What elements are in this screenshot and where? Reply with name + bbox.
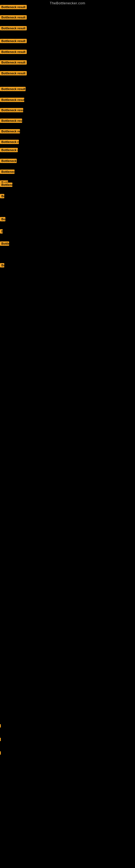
- badge-row-18: Bottlene: [0, 183, 12, 188]
- badge-row-23: Bo: [0, 263, 4, 269]
- bottleneck-badge[interactable]: Bottleneck result: [0, 5, 27, 9]
- bottleneck-badge[interactable]: Bottleneck result: [0, 108, 23, 112]
- bottleneck-badge[interactable]: Bottleneck result: [0, 50, 27, 54]
- bottleneck-badge[interactable]: Bottleneck res: [0, 129, 20, 133]
- badge-row-19: Bo: [0, 194, 4, 199]
- badge-row-13: Bottleneck res: [0, 140, 19, 145]
- bar-3: [0, 751, 1, 755]
- bottleneck-badge[interactable]: Bottleneck result: [0, 98, 24, 102]
- bottleneck-badge[interactable]: B: [0, 229, 3, 234]
- badge-row-9: Bottleneck result: [0, 98, 24, 103]
- bottleneck-badge[interactable]: Bottleneck res: [0, 140, 19, 144]
- badge-row-5: Bottleneck result: [0, 50, 27, 55]
- bottleneck-badge[interactable]: Bottleneck: [0, 169, 14, 174]
- badge-row-12: Bottleneck res: [0, 129, 20, 134]
- badge-row-3: Bottleneck result: [0, 26, 27, 31]
- badge-row-21: B: [0, 229, 3, 235]
- bottleneck-badge[interactable]: Bo: [0, 263, 4, 268]
- bottleneck-badge[interactable]: Bottleneck result: [0, 71, 27, 75]
- bottleneck-badge[interactable]: Bottleneck result: [0, 39, 27, 43]
- badge-row-15: Bottleneck re: [0, 159, 17, 164]
- bottleneck-badge[interactable]: Bottleneck result: [0, 26, 27, 30]
- bottleneck-badge[interactable]: Bottleneck result: [0, 119, 22, 123]
- badge-row-4: Bottleneck result: [0, 39, 27, 44]
- bottleneck-badge[interactable]: Bottlene: [0, 183, 12, 187]
- bottleneck-badge[interactable]: Bottleneck result: [0, 15, 27, 20]
- badge-row-22: Bottle: [0, 241, 9, 247]
- bottleneck-badge[interactable]: Bottleneck result: [0, 87, 26, 91]
- badge-row-16: Bottleneck: [0, 169, 14, 175]
- badge-row-2: Bottleneck result: [0, 15, 27, 21]
- bottleneck-badge[interactable]: Bottleneck res: [0, 148, 18, 152]
- badge-row-11: Bottleneck result: [0, 119, 22, 124]
- bar-1: [0, 724, 1, 727]
- badge-row-1: Bottleneck result: [0, 5, 27, 10]
- bottleneck-badge[interactable]: Bo: [0, 194, 4, 198]
- bottleneck-badge[interactable]: Bottleneck result: [0, 60, 27, 65]
- bottleneck-badge[interactable]: Bottleneck re: [0, 159, 17, 163]
- bottleneck-badge[interactable]: Bottle: [0, 241, 9, 246]
- badge-row-7: Bottleneck result: [0, 71, 27, 76]
- bar-2: [0, 738, 1, 741]
- badge-row-6: Bottleneck result: [0, 60, 27, 66]
- badge-row-20: Bot: [0, 217, 5, 222]
- badge-row-14: Bottleneck res: [0, 148, 18, 153]
- bottleneck-badge[interactable]: Bot: [0, 217, 5, 221]
- badge-row-10: Bottleneck result: [0, 108, 23, 113]
- badge-row-8: Bottleneck result: [0, 87, 26, 92]
